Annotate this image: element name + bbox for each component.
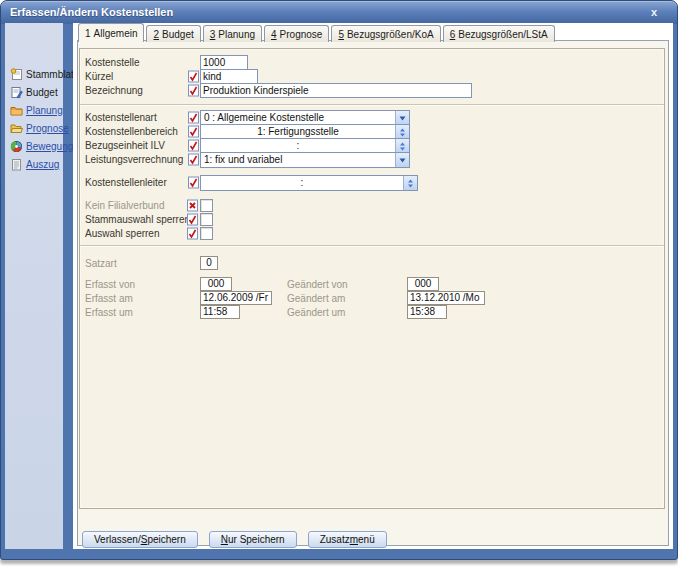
dropdown-button[interactable]	[403, 176, 417, 190]
dropdown-value: :	[201, 176, 403, 190]
edit-check-icon	[187, 227, 198, 240]
field-label: Erfasst am	[85, 293, 133, 304]
up-down-arrows-icon	[407, 179, 414, 188]
dropdown-button[interactable]	[395, 125, 409, 139]
edit-check-icon	[188, 125, 199, 138]
geaendert-am-value: 13.12.2010 /Mo	[407, 291, 485, 305]
field-label: Kostenstellenleiter	[85, 177, 167, 188]
bezeichnung-input[interactable]	[200, 83, 472, 98]
kostenstelle-input[interactable]	[200, 55, 248, 70]
field-label: Kostenstelle	[85, 57, 139, 68]
tab-allgemein[interactable]: 1Allgemein	[78, 23, 144, 42]
field-label: Geändert von	[287, 279, 348, 290]
field-label: Leistungsverrechnung	[85, 154, 183, 165]
form-panel: Kostenstelle Kürzel Bezeichnung	[79, 48, 665, 509]
field-label: Geändert um	[287, 307, 345, 318]
button-bar: Verlassen/Speichern Nur Speichern Zusatz…	[82, 531, 387, 548]
tab-accelerator: 4	[271, 29, 277, 40]
titlebar[interactable]: Erfassen/Ändern Kostenstellen x	[1, 1, 677, 24]
field-label: Erfasst von	[85, 279, 135, 290]
field-row-auswahl-sperren: Auswahl sperren	[80, 226, 664, 241]
prognose-icon	[10, 122, 23, 135]
field-row-bezeichnung: Bezeichnung	[80, 83, 664, 98]
verlassen-speichern-button[interactable]: Verlassen/Speichern	[82, 531, 198, 548]
sidebar-item-bewegung[interactable]: Bewegung	[10, 139, 73, 153]
sidebar-item-label: Budget	[26, 87, 58, 98]
erfasst-um-value: 11:58	[200, 305, 240, 319]
field-label: Satzart	[85, 258, 117, 269]
chevron-down-icon	[399, 116, 406, 121]
field-row-kostenstellenart: Kostenstellenart 0 : Allgemeine Kostenst…	[80, 110, 664, 125]
edit-check-icon	[188, 176, 199, 189]
edit-check-icon	[188, 139, 199, 152]
auszug-icon	[10, 158, 23, 171]
field-label: Stammauswahl sperren	[85, 214, 190, 225]
tab-strip: 1Allgemein 2Budget 3Planung 4Prognose 5B…	[78, 25, 557, 42]
tab-accelerator: 6	[450, 29, 456, 40]
window-title: Erfassen/Ändern Kostenstellen	[1, 2, 677, 23]
dropdown-value: :	[201, 139, 395, 153]
dropdown-value: 1: fix und variabel	[201, 153, 395, 167]
auswahl-sperren-checkbox[interactable]	[200, 227, 213, 240]
cross-icon	[187, 199, 198, 212]
field-label: Geändert am	[287, 293, 345, 304]
tab-prognose[interactable]: 4Prognose	[264, 25, 329, 42]
tab-accelerator: 2	[153, 29, 159, 40]
field-label: Erfasst um	[85, 307, 133, 318]
sidebar-item-planung[interactable]: Planung	[10, 103, 63, 117]
sidebar-item-stammblatt[interactable]: Stammblatt	[10, 67, 77, 81]
field-row-leistungsverrechnung: Leistungsverrechnung 1: fix und variabel	[80, 152, 664, 167]
dropdown-value: 0 : Allgemeine Kostenstelle	[201, 111, 395, 125]
tab-budget[interactable]: 2Budget	[146, 25, 200, 42]
kuerzel-input[interactable]	[200, 69, 258, 84]
sidebar-item-budget[interactable]: Budget	[10, 85, 58, 99]
tab-accelerator: 1	[85, 28, 91, 39]
tab-bezugsgroessen-lsta[interactable]: 6Bezugsgrößen/LStA	[443, 25, 555, 42]
field-label: Kein Filialverbund	[85, 200, 165, 211]
main-content: 1Allgemein 2Budget 3Planung 4Prognose 5B…	[73, 23, 673, 549]
kein-filialverbund-checkbox[interactable]	[200, 199, 213, 212]
field-row-kein-filialverbund: Kein Filialverbund	[80, 198, 664, 213]
field-row-kostenstellenleiter: Kostenstellenleiter :	[80, 175, 664, 190]
dropdown-button[interactable]	[395, 111, 409, 125]
kostenstellenleiter-dropdown[interactable]: :	[200, 175, 418, 191]
separator	[80, 245, 664, 246]
field-row-erfasst-am: Erfasst am 12.06.2009 /Fr Geändert am 13…	[80, 291, 664, 306]
tab-page-allgemein: Kostenstelle Kürzel Bezeichnung	[77, 40, 669, 546]
leistungsverrechnung-dropdown[interactable]: 1: fix und variabel	[200, 152, 410, 168]
nur-speichern-button[interactable]: Nur Speichern	[209, 531, 297, 548]
tab-label: Budget	[162, 29, 194, 40]
chevron-down-icon	[399, 158, 406, 163]
up-down-arrows-icon	[399, 142, 406, 151]
sidebar-item-label: Planung	[26, 105, 63, 116]
sidebar-item-label: Auszug	[26, 159, 59, 170]
tab-bezugsgroessen-koa[interactable]: 5Bezugsgrößen/KoA	[331, 25, 440, 42]
tab-label: Planung	[218, 29, 255, 40]
close-icon: x	[651, 6, 657, 18]
sidebar-item-label: Bewegung	[26, 141, 73, 152]
tab-planung[interactable]: 3Planung	[203, 25, 262, 42]
geaendert-von-value: 000	[407, 277, 439, 291]
field-row-bezugseinheit-ilv: Bezugseinheit ILV :	[80, 138, 664, 153]
stammauswahl-sperren-checkbox[interactable]	[200, 213, 213, 226]
tab-label: Allgemein	[94, 28, 138, 39]
edit-check-icon	[188, 84, 199, 97]
sidebar-item-label: Stammblatt	[26, 69, 77, 80]
dropdown-button[interactable]	[395, 153, 409, 167]
zusatzmenu-button[interactable]: Zusatzmenü	[308, 531, 387, 548]
close-button[interactable]: x	[646, 5, 662, 20]
tab-label: Bezugsgrößen/KoA	[347, 29, 434, 40]
sidebar-item-prognose[interactable]: Prognose	[10, 121, 69, 135]
field-label: Bezeichnung	[85, 85, 143, 96]
tab-accelerator: 3	[210, 29, 216, 40]
tab-label: Bezugsgrößen/LStA	[458, 29, 548, 40]
edit-check-icon	[188, 70, 199, 83]
bewegung-icon	[10, 140, 23, 153]
sidebar-item-auszug[interactable]: Auszug	[10, 157, 59, 171]
budget-icon	[10, 86, 23, 99]
sidebar: Stammblatt Budget Planung Prognose	[5, 23, 63, 549]
app-window: Erfassen/Ändern Kostenstellen x Stammbla…	[0, 0, 678, 560]
edit-check-icon	[188, 111, 199, 124]
dropdown-button[interactable]	[395, 139, 409, 153]
field-row-erfasst-von: Erfasst von 000 Geändert von 000	[80, 277, 664, 292]
